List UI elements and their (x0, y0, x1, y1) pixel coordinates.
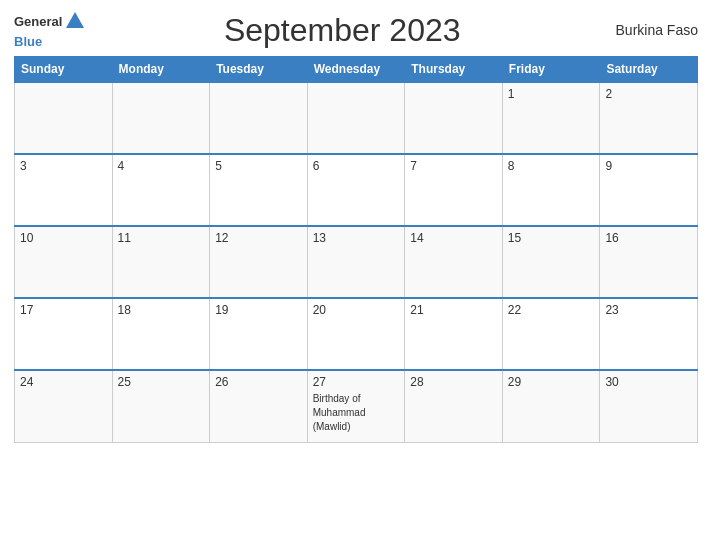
day-cell (405, 82, 503, 154)
day-cell: 15 (502, 226, 600, 298)
header: General Blue September 2023 Burkina Faso (14, 10, 698, 50)
day-cell: 13 (307, 226, 405, 298)
day-cell: 7 (405, 154, 503, 226)
weekday-header-row: Sunday Monday Tuesday Wednesday Thursday… (15, 57, 698, 83)
header-friday: Friday (502, 57, 600, 83)
day-cell: 5 (210, 154, 308, 226)
logo: General Blue (14, 10, 86, 50)
day-cell: 12 (210, 226, 308, 298)
header-thursday: Thursday (405, 57, 503, 83)
day-cell: 29 (502, 370, 600, 442)
day-cell: 24 (15, 370, 113, 442)
day-cell: 20 (307, 298, 405, 370)
country-label: Burkina Faso (598, 22, 698, 38)
day-cell: 3 (15, 154, 113, 226)
day-cell: 27 Birthday of Muhammad (Mawlid) (307, 370, 405, 442)
day-cell: 8 (502, 154, 600, 226)
calendar-table: Sunday Monday Tuesday Wednesday Thursday… (14, 56, 698, 443)
day-cell: 23 (600, 298, 698, 370)
day-cell: 18 (112, 298, 210, 370)
day-cell: 28 (405, 370, 503, 442)
day-cell: 11 (112, 226, 210, 298)
day-cell: 22 (502, 298, 600, 370)
day-cell: 9 (600, 154, 698, 226)
table-row: 10 11 12 13 14 15 16 (15, 226, 698, 298)
header-saturday: Saturday (600, 57, 698, 83)
header-wednesday: Wednesday (307, 57, 405, 83)
logo-general-text: General (14, 15, 62, 28)
svg-marker-0 (66, 12, 84, 28)
day-cell: 21 (405, 298, 503, 370)
holiday-mawlid: Birthday of Muhammad (Mawlid) (313, 393, 366, 432)
calendar-page: General Blue September 2023 Burkina Faso… (0, 0, 712, 550)
day-cell: 1 (502, 82, 600, 154)
day-cell: 25 (112, 370, 210, 442)
day-cell: 26 (210, 370, 308, 442)
header-sunday: Sunday (15, 57, 113, 83)
table-row: 1 2 (15, 82, 698, 154)
header-monday: Monday (112, 57, 210, 83)
logo-icon (64, 10, 86, 32)
table-row: 24 25 26 27 Birthday of Muhammad (Mawlid… (15, 370, 698, 442)
day-cell: 19 (210, 298, 308, 370)
day-cell (307, 82, 405, 154)
month-title: September 2023 (86, 12, 598, 49)
table-row: 3 4 5 6 7 8 9 (15, 154, 698, 226)
day-cell: 6 (307, 154, 405, 226)
day-cell (15, 82, 113, 154)
logo-blue-text: Blue (14, 34, 42, 49)
day-cell: 10 (15, 226, 113, 298)
day-cell: 16 (600, 226, 698, 298)
day-cell: 14 (405, 226, 503, 298)
table-row: 17 18 19 20 21 22 23 (15, 298, 698, 370)
day-cell: 30 (600, 370, 698, 442)
calendar-header: Sunday Monday Tuesday Wednesday Thursday… (15, 57, 698, 83)
calendar-body: 1 2 3 4 5 6 7 8 9 10 11 12 13 14 15 16 (15, 82, 698, 442)
day-cell: 17 (15, 298, 113, 370)
day-cell: 4 (112, 154, 210, 226)
day-cell: 2 (600, 82, 698, 154)
day-cell (210, 82, 308, 154)
day-cell (112, 82, 210, 154)
header-tuesday: Tuesday (210, 57, 308, 83)
